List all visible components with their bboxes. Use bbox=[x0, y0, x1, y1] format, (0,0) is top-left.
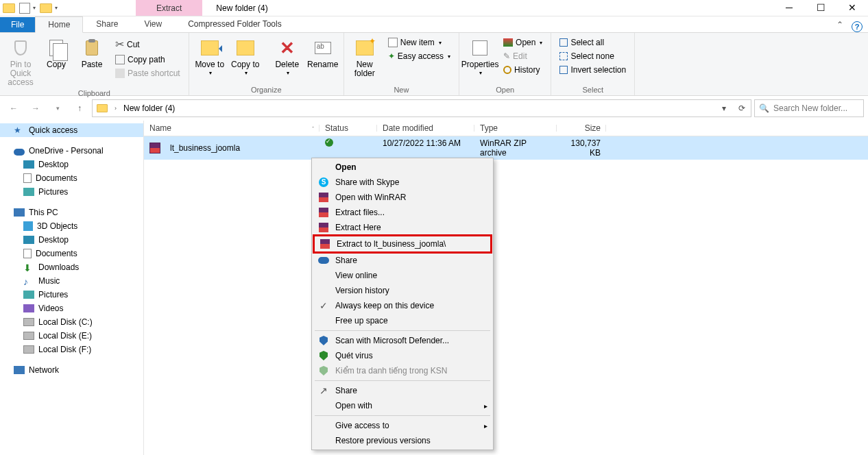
sidebar-disk-f[interactable]: Local Disk (F:) bbox=[0, 343, 143, 356]
edit-button[interactable]: ✎Edit bbox=[499, 51, 546, 62]
ctx-extract-to[interactable]: Extract to lt_business_joomla\ bbox=[315, 236, 490, 251]
ctx-always-keep[interactable]: ✓Always keep on this device bbox=[313, 298, 492, 313]
open-button[interactable]: Open▾ bbox=[499, 37, 546, 48]
contextual-tab-header: Extract bbox=[136, 0, 202, 16]
rar-archive-icon bbox=[149, 143, 160, 153]
ribbon-group-new: New folder New item▾ ✦Easy access▾ New bbox=[344, 33, 459, 95]
select-none-button[interactable]: Select none bbox=[555, 51, 630, 62]
ctx-open-winrar[interactable]: Open with WinRAR bbox=[313, 190, 492, 205]
back-button[interactable]: ← bbox=[4, 99, 23, 118]
paste-shortcut-button[interactable]: Paste shortcut bbox=[111, 68, 184, 79]
sidebar-disk-c[interactable]: Local Disk (C:) bbox=[0, 315, 143, 329]
help-button[interactable]: ? bbox=[852, 21, 863, 32]
sidebar-onedrive[interactable]: OneDrive - Personal bbox=[0, 144, 143, 158]
qat-customize-icon[interactable]: ▾ bbox=[55, 5, 58, 11]
history-button[interactable]: History bbox=[499, 64, 546, 75]
up-button[interactable]: ↑ bbox=[70, 99, 89, 118]
refresh-button[interactable]: ⟳ bbox=[733, 100, 751, 116]
maximize-button[interactable]: ☐ bbox=[805, 0, 836, 16]
ctx-give-access[interactable]: Give access to bbox=[313, 418, 492, 433]
pin-to-quick-access-button[interactable]: Pin to Quick access bbox=[4, 34, 37, 88]
sidebar-music[interactable]: ♪Music bbox=[0, 274, 143, 288]
ctx-open-with[interactable]: Open with bbox=[313, 398, 492, 413]
qat-newfolder-icon[interactable] bbox=[40, 3, 52, 13]
move-to-button[interactable]: Move to▾ bbox=[193, 34, 226, 77]
tab-share[interactable]: Share bbox=[83, 16, 131, 32]
minimize-button[interactable]: ─ bbox=[773, 0, 805, 16]
select-all-button[interactable]: Select all bbox=[555, 37, 630, 48]
group-label-new: New bbox=[348, 84, 455, 95]
qat-dropdown-icon[interactable]: ▾ bbox=[33, 5, 36, 11]
address-bar[interactable]: › New folder (4) ▾ ⟳ bbox=[92, 99, 751, 117]
breadcrumb-folder[interactable]: New folder (4) bbox=[119, 100, 179, 116]
sidebar-documents[interactable]: Documents bbox=[0, 247, 143, 260]
ctx-extract-here[interactable]: Extract Here bbox=[313, 220, 492, 235]
copy-to-button[interactable]: Copy to▾ bbox=[229, 34, 262, 77]
new-item-button[interactable]: New item▾ bbox=[384, 37, 455, 48]
sidebar-this-pc[interactable]: This PC bbox=[0, 206, 143, 219]
new-item-icon bbox=[388, 38, 398, 47]
copy-button[interactable]: Copy bbox=[40, 34, 73, 69]
recent-locations-button[interactable]: ▾ bbox=[48, 99, 67, 118]
cut-button[interactable]: ✂Cut bbox=[111, 37, 184, 51]
select-all-icon bbox=[559, 38, 568, 47]
sidebar-desktop[interactable]: Desktop bbox=[0, 233, 143, 247]
sidebar-pictures[interactable]: Pictures bbox=[0, 288, 143, 302]
ctx-view-online[interactable]: View online bbox=[313, 268, 492, 283]
column-type[interactable]: Type bbox=[474, 123, 557, 133]
ctx-restore-versions[interactable]: Restore previous versions bbox=[313, 433, 492, 448]
properties-button[interactable]: Properties▾ bbox=[463, 34, 496, 77]
ctx-extract-files[interactable]: Extract files... bbox=[313, 205, 492, 220]
kaspersky-shield-icon bbox=[320, 366, 328, 376]
column-date[interactable]: Date modified bbox=[377, 123, 474, 133]
qat-properties-icon[interactable] bbox=[19, 3, 30, 14]
tab-home[interactable]: Home bbox=[35, 16, 83, 33]
paste-button[interactable]: Paste bbox=[75, 34, 108, 69]
ctx-separator bbox=[315, 330, 490, 331]
ribbon-collapse-button[interactable]: ⌃ bbox=[831, 17, 849, 32]
sidebar-disk-e[interactable]: Local Disk (E:) bbox=[0, 329, 143, 343]
sidebar-od-pictures[interactable]: Pictures bbox=[0, 185, 143, 199]
column-status[interactable]: Status bbox=[320, 123, 377, 133]
ctx-share[interactable]: ↗Share bbox=[313, 383, 492, 398]
pc-icon bbox=[14, 208, 25, 217]
ctx-open[interactable]: Open bbox=[313, 160, 492, 175]
tab-file[interactable]: File bbox=[0, 17, 35, 32]
ctx-quet-virus[interactable]: Quét virus bbox=[313, 348, 492, 363]
address-dropdown-button[interactable]: ▾ bbox=[715, 100, 733, 116]
invert-selection-button[interactable]: Invert selection bbox=[555, 64, 630, 75]
easy-access-icon: ✦ bbox=[388, 51, 395, 61]
tab-compressed-tools[interactable]: Compressed Folder Tools bbox=[175, 16, 295, 32]
sidebar-downloads[interactable]: ⬇Downloads bbox=[0, 260, 143, 274]
ctx-share-onedrive[interactable]: Share bbox=[313, 253, 492, 268]
ctx-ksn[interactable]: Kiểm tra danh tiếng trong KSN bbox=[313, 363, 492, 378]
new-folder-button[interactable]: New folder bbox=[348, 34, 381, 78]
forward-button[interactable]: → bbox=[26, 99, 45, 118]
rename-button[interactable]: Rename bbox=[306, 34, 339, 69]
chevron-right-icon[interactable]: › bbox=[112, 105, 119, 112]
delete-button[interactable]: ✕Delete▾ bbox=[271, 34, 304, 77]
defender-shield-icon bbox=[320, 336, 328, 345]
sidebar-od-desktop[interactable]: Desktop bbox=[0, 158, 143, 171]
copy-path-button[interactable]: Copy path bbox=[111, 54, 184, 65]
winrar-icon bbox=[320, 239, 330, 249]
column-size[interactable]: Size bbox=[557, 123, 606, 133]
sidebar-videos[interactable]: Videos bbox=[0, 302, 143, 315]
ctx-version-history[interactable]: Version history bbox=[313, 283, 492, 298]
ctx-defender[interactable]: Scan with Microsoft Defender... bbox=[313, 333, 492, 348]
search-icon: 🔍 bbox=[759, 103, 769, 113]
sort-indicator-icon: ˆ bbox=[312, 125, 314, 132]
sidebar-3d-objects[interactable]: 3D Objects bbox=[0, 219, 143, 233]
sidebar-network[interactable]: Network bbox=[0, 363, 143, 377]
ribbon-group-clipboard: Pin to Quick access Copy Paste ✂Cut Copy… bbox=[0, 33, 189, 95]
close-button[interactable]: ✕ bbox=[836, 0, 868, 16]
column-name[interactable]: Nameˆ bbox=[144, 123, 320, 133]
ctx-free-up[interactable]: Free up space bbox=[313, 313, 492, 328]
sidebar-quick-access[interactable]: ★Quick access bbox=[0, 123, 143, 137]
search-box[interactable]: 🔍 Search New folder... bbox=[754, 99, 864, 117]
file-row[interactable]: lt_business_joomla 10/27/2022 11:36 AM W… bbox=[144, 136, 868, 160]
ctx-share-skype[interactable]: SShare with Skype bbox=[313, 175, 492, 190]
tab-view[interactable]: View bbox=[131, 16, 175, 32]
sidebar-od-documents[interactable]: Documents bbox=[0, 171, 143, 185]
easy-access-button[interactable]: ✦Easy access▾ bbox=[384, 51, 455, 62]
